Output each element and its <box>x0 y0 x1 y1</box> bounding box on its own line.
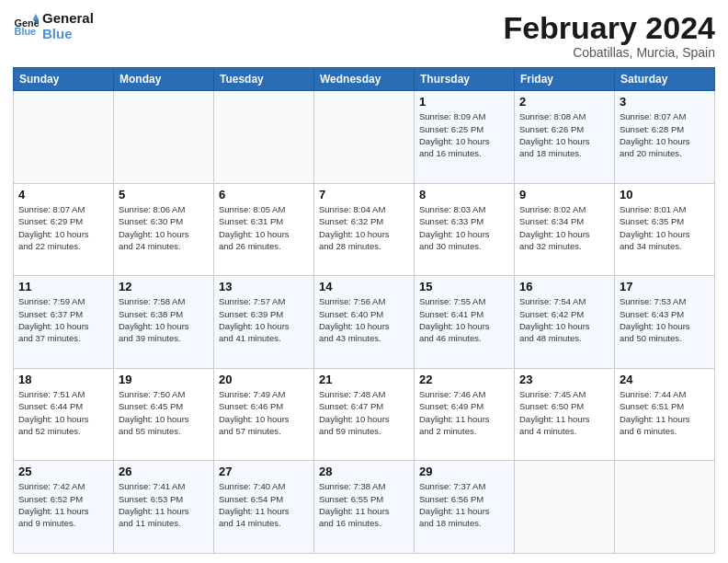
day-number: 13 <box>219 280 309 293</box>
calendar-cell: 20Sunrise: 7:49 AM Sunset: 6:46 PM Dayli… <box>214 368 314 461</box>
calendar-week-row: 1Sunrise: 8:09 AM Sunset: 6:25 PM Daylig… <box>14 91 715 184</box>
day-info: Sunrise: 8:06 AM Sunset: 6:30 PM Dayligh… <box>119 203 209 252</box>
day-info: Sunrise: 8:01 AM Sunset: 6:35 PM Dayligh… <box>620 203 710 252</box>
calendar-cell: 11Sunrise: 7:59 AM Sunset: 6:37 PM Dayli… <box>14 276 114 369</box>
calendar-day-header: Sunday <box>14 68 114 91</box>
calendar-cell: 7Sunrise: 8:04 AM Sunset: 6:32 PM Daylig… <box>314 183 415 276</box>
calendar-cell: 29Sunrise: 7:37 AM Sunset: 6:56 PM Dayli… <box>415 461 515 554</box>
day-info: Sunrise: 7:48 AM Sunset: 6:47 PM Dayligh… <box>319 388 409 437</box>
day-number: 9 <box>519 188 609 201</box>
day-number: 7 <box>319 188 409 201</box>
calendar-cell: 23Sunrise: 7:45 AM Sunset: 6:50 PM Dayli… <box>515 368 615 461</box>
calendar-cell: 16Sunrise: 7:54 AM Sunset: 6:42 PM Dayli… <box>515 276 615 369</box>
day-number: 11 <box>18 280 108 293</box>
day-number: 27 <box>219 465 309 478</box>
calendar-header-row: SundayMondayTuesdayWednesdayThursdayFrid… <box>14 68 715 91</box>
calendar-week-row: 25Sunrise: 7:42 AM Sunset: 6:52 PM Dayli… <box>14 461 715 554</box>
calendar-day-header: Monday <box>114 68 214 91</box>
calendar-day-header: Tuesday <box>214 68 314 91</box>
calendar-day-header: Wednesday <box>314 68 415 91</box>
calendar-body: 1Sunrise: 8:09 AM Sunset: 6:25 PM Daylig… <box>14 91 715 554</box>
calendar-cell: 3Sunrise: 8:07 AM Sunset: 6:28 PM Daylig… <box>615 91 715 184</box>
day-number: 2 <box>519 95 609 109</box>
day-info: Sunrise: 7:49 AM Sunset: 6:46 PM Dayligh… <box>219 388 309 437</box>
logo-icon: General Blue <box>13 14 39 40</box>
calendar-week-row: 4Sunrise: 8:07 AM Sunset: 6:29 PM Daylig… <box>14 183 715 276</box>
day-info: Sunrise: 7:38 AM Sunset: 6:55 PM Dayligh… <box>319 480 409 529</box>
calendar-cell: 25Sunrise: 7:42 AM Sunset: 6:52 PM Dayli… <box>14 461 114 554</box>
day-info: Sunrise: 7:50 AM Sunset: 6:45 PM Dayligh… <box>119 388 209 437</box>
main-title: February 2024 <box>503 11 715 45</box>
day-number: 23 <box>519 373 609 386</box>
calendar-cell: 12Sunrise: 7:58 AM Sunset: 6:38 PM Dayli… <box>114 276 214 369</box>
calendar-cell: 27Sunrise: 7:40 AM Sunset: 6:54 PM Dayli… <box>214 461 314 554</box>
calendar-cell: 2Sunrise: 8:08 AM Sunset: 6:26 PM Daylig… <box>515 91 615 184</box>
calendar-cell: 18Sunrise: 7:51 AM Sunset: 6:44 PM Dayli… <box>14 368 114 461</box>
day-number: 4 <box>18 188 108 201</box>
calendar-cell <box>515 461 615 554</box>
day-info: Sunrise: 8:03 AM Sunset: 6:33 PM Dayligh… <box>419 203 509 252</box>
calendar-cell: 6Sunrise: 8:05 AM Sunset: 6:31 PM Daylig… <box>214 183 314 276</box>
calendar-cell: 5Sunrise: 8:06 AM Sunset: 6:30 PM Daylig… <box>114 183 214 276</box>
calendar-cell <box>214 91 314 184</box>
day-info: Sunrise: 8:04 AM Sunset: 6:32 PM Dayligh… <box>319 203 409 252</box>
day-info: Sunrise: 8:09 AM Sunset: 6:25 PM Dayligh… <box>419 110 509 159</box>
day-number: 5 <box>119 188 209 201</box>
day-number: 15 <box>419 280 509 293</box>
day-number: 8 <box>419 188 509 201</box>
calendar-cell: 15Sunrise: 7:55 AM Sunset: 6:41 PM Dayli… <box>415 276 515 369</box>
title-block: February 2024 Cobatillas, Murcia, Spain <box>503 11 715 60</box>
day-info: Sunrise: 7:59 AM Sunset: 6:37 PM Dayligh… <box>18 295 108 344</box>
day-info: Sunrise: 7:51 AM Sunset: 6:44 PM Dayligh… <box>18 388 108 437</box>
day-info: Sunrise: 7:44 AM Sunset: 6:51 PM Dayligh… <box>620 388 710 437</box>
day-info: Sunrise: 7:41 AM Sunset: 6:53 PM Dayligh… <box>119 480 209 529</box>
day-number: 10 <box>620 188 710 201</box>
day-number: 3 <box>620 95 710 109</box>
svg-text:Blue: Blue <box>15 26 37 37</box>
page: General Blue General Blue February 2024 … <box>0 0 728 563</box>
day-info: Sunrise: 8:02 AM Sunset: 6:34 PM Dayligh… <box>519 203 609 252</box>
day-number: 18 <box>18 373 108 386</box>
logo-general: General <box>42 11 94 27</box>
calendar-cell: 1Sunrise: 8:09 AM Sunset: 6:25 PM Daylig… <box>415 91 515 184</box>
day-number: 29 <box>419 465 509 478</box>
calendar-cell: 10Sunrise: 8:01 AM Sunset: 6:35 PM Dayli… <box>615 183 715 276</box>
day-number: 16 <box>519 280 609 293</box>
calendar-cell: 28Sunrise: 7:38 AM Sunset: 6:55 PM Dayli… <box>314 461 415 554</box>
day-number: 20 <box>219 373 309 386</box>
day-number: 12 <box>119 280 209 293</box>
day-info: Sunrise: 7:46 AM Sunset: 6:49 PM Dayligh… <box>419 388 509 437</box>
day-info: Sunrise: 7:58 AM Sunset: 6:38 PM Dayligh… <box>119 295 209 344</box>
subtitle: Cobatillas, Murcia, Spain <box>503 45 715 60</box>
calendar-cell: 4Sunrise: 8:07 AM Sunset: 6:29 PM Daylig… <box>14 183 114 276</box>
day-number: 14 <box>319 280 409 293</box>
calendar-cell <box>14 91 114 184</box>
calendar-cell: 14Sunrise: 7:56 AM Sunset: 6:40 PM Dayli… <box>314 276 415 369</box>
day-number: 26 <box>119 465 209 478</box>
day-number: 25 <box>18 465 108 478</box>
calendar-cell: 26Sunrise: 7:41 AM Sunset: 6:53 PM Dayli… <box>114 461 214 554</box>
day-info: Sunrise: 7:40 AM Sunset: 6:54 PM Dayligh… <box>219 480 309 529</box>
calendar-day-header: Thursday <box>415 68 515 91</box>
calendar-cell: 19Sunrise: 7:50 AM Sunset: 6:45 PM Dayli… <box>114 368 214 461</box>
calendar-cell <box>114 91 214 184</box>
svg-marker-2 <box>33 14 39 19</box>
day-info: Sunrise: 8:05 AM Sunset: 6:31 PM Dayligh… <box>219 203 309 252</box>
day-number: 21 <box>319 373 409 386</box>
calendar-table: SundayMondayTuesdayWednesdayThursdayFrid… <box>13 67 715 554</box>
calendar-week-row: 18Sunrise: 7:51 AM Sunset: 6:44 PM Dayli… <box>14 368 715 461</box>
day-info: Sunrise: 8:07 AM Sunset: 6:29 PM Dayligh… <box>18 203 108 252</box>
day-number: 28 <box>319 465 409 478</box>
calendar-cell: 21Sunrise: 7:48 AM Sunset: 6:47 PM Dayli… <box>314 368 415 461</box>
day-info: Sunrise: 8:07 AM Sunset: 6:28 PM Dayligh… <box>620 110 710 159</box>
day-info: Sunrise: 7:45 AM Sunset: 6:50 PM Dayligh… <box>519 388 609 437</box>
day-info: Sunrise: 7:57 AM Sunset: 6:39 PM Dayligh… <box>219 295 309 344</box>
header: General Blue General Blue February 2024 … <box>13 11 715 60</box>
calendar-cell: 13Sunrise: 7:57 AM Sunset: 6:39 PM Dayli… <box>214 276 314 369</box>
day-info: Sunrise: 7:56 AM Sunset: 6:40 PM Dayligh… <box>319 295 409 344</box>
calendar-week-row: 11Sunrise: 7:59 AM Sunset: 6:37 PM Dayli… <box>14 276 715 369</box>
logo-blue: Blue <box>42 27 94 42</box>
day-number: 22 <box>419 373 509 386</box>
logo: General Blue General Blue <box>13 11 94 41</box>
day-number: 6 <box>219 188 309 201</box>
